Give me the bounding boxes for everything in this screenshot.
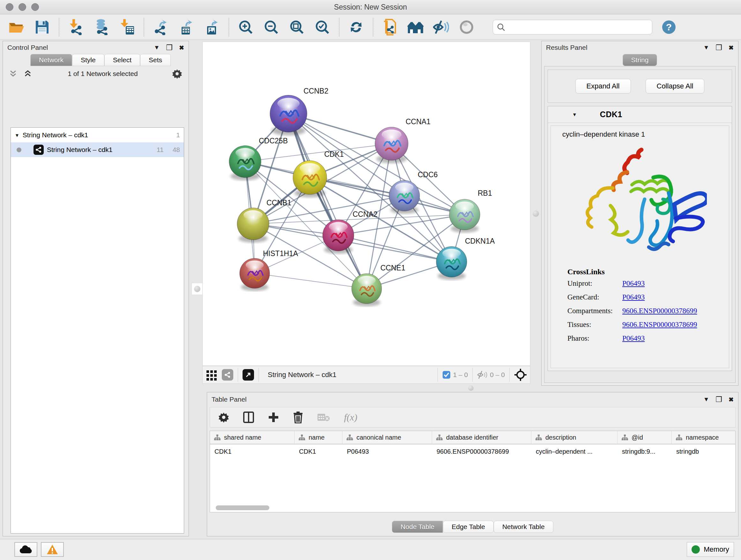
cell-2[interactable]: P06493 xyxy=(342,448,432,455)
horizontal-scrollbar[interactable] xyxy=(216,505,269,510)
main-toolbar: ? xyxy=(0,14,741,40)
node-CCNB1[interactable]: CCNB1 xyxy=(237,199,291,243)
left-splitter-handle[interactable] xyxy=(192,283,203,295)
results-panel-close-icon[interactable]: ✖ xyxy=(729,44,734,51)
collection-expand-icon[interactable]: ▼ xyxy=(15,132,19,138)
bottom-splitter-handle[interactable] xyxy=(465,384,476,391)
export-image-button[interactable] xyxy=(204,19,220,36)
memory-button[interactable]: Memory xyxy=(687,542,734,557)
help-button[interactable]: ? xyxy=(661,19,677,36)
column-header-database-identifier[interactable]: database identifier xyxy=(432,431,531,444)
node-CDKN1A[interactable]: CDKN1A xyxy=(436,237,495,280)
column-header-description[interactable]: description xyxy=(531,431,617,444)
export-network-button[interactable] xyxy=(152,19,169,36)
zoom-fit-button[interactable] xyxy=(288,19,305,36)
expand-all-networks-icon[interactable] xyxy=(9,70,19,78)
crosslink-link[interactable]: P06493 xyxy=(622,293,645,301)
results-panel-collapse-icon[interactable]: ▼ xyxy=(703,44,710,51)
edge-HIST1H1A-CCNE1[interactable] xyxy=(255,273,367,289)
node-CDC25B[interactable]: CDC25B xyxy=(229,137,288,180)
cell-6[interactable]: stringdb xyxy=(672,448,736,455)
table-panel-close-icon[interactable]: ✖ xyxy=(729,396,734,403)
cell-0[interactable]: CDK1 xyxy=(210,448,294,455)
grid-view-icon[interactable] xyxy=(206,369,217,381)
column-header-name[interactable]: name xyxy=(294,431,342,444)
control-panel-float-icon[interactable]: ❒ xyxy=(166,44,173,52)
birds-eye-view-icon[interactable] xyxy=(514,368,527,381)
save-session-button[interactable] xyxy=(34,19,51,36)
gene-section-header[interactable]: ▼ CDK1 xyxy=(548,106,732,123)
crosslink-link[interactable]: 9606.ENSP00000378699 xyxy=(622,307,697,315)
selected-checkbox-icon[interactable] xyxy=(442,371,451,379)
zoom-selected-button[interactable] xyxy=(314,19,331,36)
cell-1[interactable]: CDK1 xyxy=(294,448,342,455)
column-header-@id[interactable]: @id xyxy=(617,431,672,444)
node-CCNB2[interactable]: CCNB2 xyxy=(270,87,328,135)
network-options-gear-icon[interactable] xyxy=(172,69,182,79)
network-graph[interactable]: CCNB2CCNA1CDC25BCDK1CDC6RB1CCNB1CCNA2CDK… xyxy=(203,42,531,366)
expand-all-button[interactable]: Expand All xyxy=(576,79,631,94)
delete-column-trash-icon[interactable] xyxy=(293,411,303,423)
network-row[interactable]: String Network – cdk1 11 48 xyxy=(11,142,184,157)
show-columns-icon[interactable] xyxy=(243,412,254,423)
cloud-status-button[interactable] xyxy=(14,542,37,557)
table-row[interactable]: CDK1CDK1P064939606.ENSP00000378699cyclin… xyxy=(210,444,735,458)
search-input[interactable] xyxy=(505,23,643,31)
add-column-icon[interactable] xyxy=(268,412,279,423)
node-CDC6[interactable]: CDC6 xyxy=(389,171,438,214)
tab-sets[interactable]: Sets xyxy=(140,54,171,66)
cell-4[interactable]: cyclin–dependent ... xyxy=(531,448,617,455)
import-network-database-button[interactable] xyxy=(93,19,110,36)
hide-selected-button[interactable] xyxy=(433,19,449,36)
results-panel-float-icon[interactable]: ❒ xyxy=(716,44,722,52)
crosslink-link[interactable]: P06493 xyxy=(622,334,645,343)
control-panel-close-icon[interactable]: ✖ xyxy=(179,44,184,51)
column-header-namespace[interactable]: namespace xyxy=(672,431,736,444)
tab-node-table[interactable]: Node Table xyxy=(392,521,443,533)
node-HIST1H1A[interactable]: HIST1H1A xyxy=(240,249,298,291)
collapse-all-networks-icon[interactable] xyxy=(24,70,33,78)
detach-view-icon[interactable] xyxy=(243,369,254,381)
import-network-file-button[interactable] xyxy=(68,19,84,36)
network-canvas[interactable]: CCNB2CCNA1CDC25BCDK1CDC6RB1CCNB1CCNA2CDK… xyxy=(202,42,530,366)
tab-select[interactable]: Select xyxy=(105,54,140,66)
tab-edge-table[interactable]: Edge Table xyxy=(443,521,494,533)
table-panel-float-icon[interactable]: ❒ xyxy=(716,395,722,404)
network-collection-row[interactable]: ▼ String Network – cdk1 1 xyxy=(11,128,184,142)
cell-5[interactable]: stringdb:9... xyxy=(617,448,672,455)
table-panel-collapse-icon[interactable]: ▼ xyxy=(703,396,710,403)
cell-3[interactable]: 9606.ENSP00000378699 xyxy=(432,448,531,455)
gene-expand-icon[interactable]: ▼ xyxy=(572,112,577,117)
crosslink-link[interactable]: P06493 xyxy=(622,279,645,288)
network-node-count: 11 xyxy=(157,146,164,153)
first-neighbors-button[interactable] xyxy=(407,19,424,36)
node-RB1[interactable]: RB1 xyxy=(449,189,492,233)
tab-network-table[interactable]: Network Table xyxy=(494,521,553,533)
warning-status-button[interactable] xyxy=(41,542,64,557)
collapse-all-button[interactable]: Collapse All xyxy=(646,79,704,94)
export-table-button[interactable] xyxy=(178,19,195,36)
control-panel-collapse-icon[interactable]: ▼ xyxy=(154,44,160,51)
node-CCNE1[interactable]: CCNE1 xyxy=(352,264,405,306)
node-CDK1[interactable]: CDK1 xyxy=(293,150,344,198)
clone-network-button[interactable] xyxy=(382,19,398,36)
show-all-button[interactable] xyxy=(458,19,475,36)
zoom-out-button[interactable] xyxy=(263,19,280,36)
tab-network[interactable]: Network xyxy=(30,54,72,66)
network-view-share-icon[interactable] xyxy=(222,369,233,381)
open-session-button[interactable] xyxy=(8,19,25,36)
import-table-file-button[interactable] xyxy=(119,19,135,36)
zoom-in-button[interactable] xyxy=(238,19,254,36)
crosslink-link[interactable]: 9606.ENSP00000378699 xyxy=(622,320,697,329)
search-box[interactable] xyxy=(493,20,652,35)
edge-CCNB2-CCNE1[interactable] xyxy=(288,114,367,289)
tab-string[interactable]: String xyxy=(623,54,657,66)
edge-CCNA2-CDKN1A[interactable] xyxy=(338,235,452,262)
right-splitter-handle[interactable] xyxy=(531,208,541,219)
column-header-canonical-name[interactable]: canonical name xyxy=(342,431,432,444)
table-settings-gear-icon[interactable] xyxy=(218,412,229,423)
column-header-shared-name[interactable]: shared name xyxy=(210,431,294,444)
node-CCNA1[interactable]: CCNA1 xyxy=(375,118,430,163)
refresh-button[interactable] xyxy=(348,19,364,36)
tab-style[interactable]: Style xyxy=(72,54,105,66)
